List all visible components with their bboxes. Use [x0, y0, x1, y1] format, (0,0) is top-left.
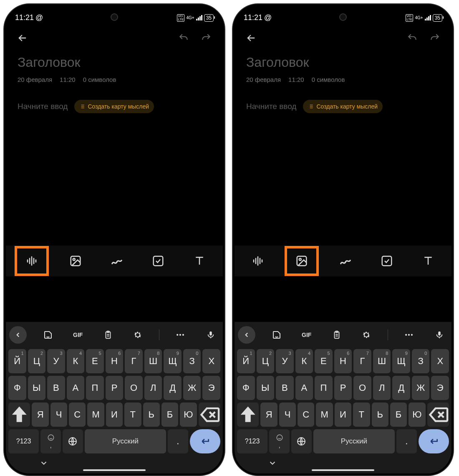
checklist-icon[interactable]	[372, 248, 401, 273]
key-Х[interactable]: Х	[202, 349, 220, 373]
key-Й[interactable]: Й1	[237, 349, 255, 373]
key-З[interactable]: З0	[183, 349, 201, 373]
image-icon[interactable]	[61, 248, 90, 273]
key-Ш[interactable]: Ш8	[144, 349, 162, 373]
mic-icon[interactable]	[202, 326, 219, 344]
key-Н[interactable]: Н6	[106, 349, 124, 373]
key-О[interactable]: О	[353, 376, 371, 400]
key-Ф[interactable]: Ф	[8, 376, 26, 400]
key-Т[interactable]: Т	[124, 403, 141, 427]
numeric-key[interactable]: ?123	[237, 429, 267, 453]
back-button[interactable]	[244, 30, 259, 46]
note-body-input[interactable]: Начните ввод	[246, 102, 296, 111]
key-Ю[interactable]: Ю	[409, 403, 425, 427]
language-key[interactable]	[63, 429, 83, 453]
mindmap-chip[interactable]: Создать карту мыслей	[74, 100, 154, 113]
key-С[interactable]: С	[298, 403, 314, 427]
kb-collapse-button[interactable]	[9, 326, 27, 344]
settings-icon[interactable]	[129, 326, 146, 344]
kb-collapse-button[interactable]	[238, 326, 255, 344]
home-indicator[interactable]	[83, 469, 146, 471]
text-icon[interactable]	[414, 248, 443, 273]
key-Я[interactable]: Я	[260, 403, 277, 427]
key-И[interactable]: И	[335, 403, 351, 427]
key-Е[interactable]: Е5	[86, 349, 104, 373]
key-Ь[interactable]: Ь	[143, 403, 160, 427]
key-Й[interactable]: Й1	[8, 349, 26, 373]
note-body-input[interactable]: Начните ввод	[18, 102, 68, 111]
key-М[interactable]: М	[316, 403, 333, 427]
draw-icon[interactable]	[331, 248, 360, 273]
backspace-key[interactable]	[427, 403, 449, 427]
more-icon[interactable]: •••	[172, 326, 189, 344]
key-Э[interactable]: Э	[202, 376, 220, 400]
key-П[interactable]: П	[315, 376, 333, 400]
key-М[interactable]: М	[87, 403, 104, 427]
key-К[interactable]: К4	[67, 349, 85, 373]
checklist-icon[interactable]	[144, 248, 173, 273]
image-icon[interactable]	[285, 246, 319, 276]
key-Ы[interactable]: Ы	[257, 376, 275, 400]
kb-hide-icon[interactable]	[268, 458, 277, 469]
text-icon[interactable]	[185, 248, 214, 273]
key-Н[interactable]: Н6	[334, 349, 352, 373]
mindmap-chip[interactable]: Создать карту мыслей	[303, 100, 383, 113]
key-Ю[interactable]: Ю	[180, 403, 197, 427]
shift-key[interactable]	[8, 403, 30, 427]
key-Ч[interactable]: Ч	[50, 403, 67, 427]
period-key[interactable]: .	[396, 429, 417, 453]
key-Л[interactable]: Л	[144, 376, 162, 400]
key-Щ[interactable]: Щ9	[392, 349, 410, 373]
note-title-input[interactable]: Заголовок	[246, 55, 440, 70]
key-Б[interactable]: Б	[161, 403, 178, 427]
key-К[interactable]: К4	[295, 349, 313, 373]
voice-icon[interactable]	[243, 248, 272, 273]
key-И[interactable]: И	[106, 403, 123, 427]
key-Ц[interactable]: Ц2	[257, 349, 275, 373]
key-Д[interactable]: Д	[392, 376, 410, 400]
settings-icon[interactable]	[358, 326, 375, 344]
shift-key[interactable]	[237, 403, 259, 427]
gif-button[interactable]: GIF	[69, 326, 87, 344]
key-Ш[interactable]: Ш8	[373, 349, 391, 373]
language-key[interactable]	[291, 429, 312, 453]
period-key[interactable]: .	[168, 429, 188, 453]
gif-button[interactable]: GIF	[298, 326, 315, 344]
numeric-key[interactable]: ?123	[8, 429, 39, 453]
key-Ч[interactable]: Ч	[279, 403, 296, 427]
emoji-key[interactable]: ,	[269, 429, 290, 453]
key-Г[interactable]: Г7	[353, 349, 371, 373]
backspace-key[interactable]	[199, 403, 220, 427]
more-icon[interactable]: •••	[401, 326, 418, 344]
key-Б[interactable]: Б	[390, 403, 407, 427]
key-Ж[interactable]: Ж	[183, 376, 201, 400]
key-Ж[interactable]: Ж	[412, 376, 430, 400]
clipboard-icon[interactable]	[328, 326, 346, 344]
key-З[interactable]: З0	[412, 349, 430, 373]
back-button[interactable]	[15, 30, 30, 46]
home-indicator[interactable]	[312, 469, 374, 471]
undo-button[interactable]	[405, 30, 420, 46]
emoji-key[interactable]: ,	[40, 429, 61, 453]
key-Д[interactable]: Д	[164, 376, 182, 400]
enter-key[interactable]	[419, 429, 449, 453]
redo-button[interactable]	[199, 30, 214, 46]
key-Х[interactable]: Х	[431, 349, 449, 373]
key-А[interactable]: А	[67, 376, 85, 400]
clipboard-icon[interactable]	[99, 326, 117, 344]
key-А[interactable]: А	[295, 376, 313, 400]
note-title-input[interactable]: Заголовок	[18, 55, 211, 70]
key-Ь[interactable]: Ь	[372, 403, 388, 427]
mic-icon[interactable]	[431, 326, 448, 344]
key-Г[interactable]: Г7	[125, 349, 143, 373]
key-У[interactable]: У3	[276, 349, 294, 373]
key-У[interactable]: У3	[47, 349, 65, 373]
key-Э[interactable]: Э	[431, 376, 449, 400]
enter-key[interactable]	[190, 429, 220, 453]
kb-hide-icon[interactable]	[39, 458, 48, 469]
key-Т[interactable]: Т	[353, 403, 370, 427]
key-О[interactable]: О	[125, 376, 143, 400]
key-В[interactable]: В	[47, 376, 65, 400]
key-Щ[interactable]: Щ9	[164, 349, 182, 373]
sticker-icon[interactable]	[39, 326, 57, 344]
